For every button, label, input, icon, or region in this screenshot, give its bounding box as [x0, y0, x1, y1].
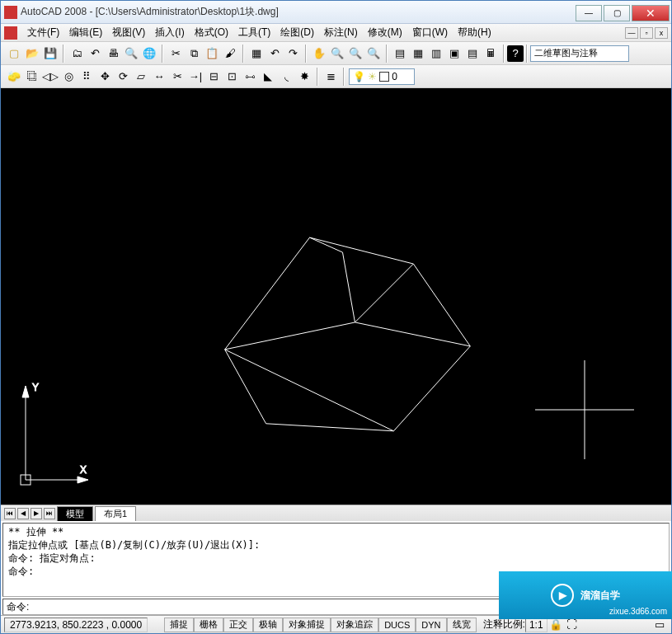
new-icon[interactable]: ▢ [6, 45, 22, 62]
play-icon: ▶ [551, 584, 574, 607]
status-snap[interactable]: 捕捉 [164, 618, 194, 632]
close-button[interactable]: ✕ [632, 5, 670, 21]
publish-icon[interactable]: 🌐 [141, 45, 157, 62]
undo2-icon[interactable]: ↶ [266, 45, 283, 62]
stretch-icon[interactable]: ↔ [151, 68, 167, 85]
menu-edit[interactable]: 编辑(E) [64, 24, 107, 41]
menu-dimension[interactable]: 标注(N) [319, 24, 363, 41]
menu-format[interactable]: 格式(O) [190, 24, 233, 41]
mirror-icon[interactable]: ◁▷ [42, 68, 59, 85]
status-ann-scale[interactable]: 1:1 [525, 618, 547, 632]
break2-icon[interactable]: ⊡ [223, 68, 240, 85]
menu-window[interactable]: 窗口(W) [407, 24, 453, 41]
svg-text:X: X [80, 464, 87, 476]
tab-first-icon[interactable]: ⏮ [4, 508, 16, 519]
break1-icon[interactable]: ⊟ [205, 68, 222, 85]
menu-file[interactable]: 文件(F) [22, 24, 64, 41]
help-icon[interactable]: ? [507, 45, 524, 62]
properties-icon[interactable]: ▤ [392, 45, 408, 62]
array-icon[interactable]: ⠿ [78, 68, 95, 85]
status-grid[interactable]: 栅格 [194, 618, 223, 632]
matchprop-icon[interactable]: 🖌 [222, 45, 238, 62]
plot-icon[interactable]: 🖶 [105, 45, 121, 62]
status-ducs[interactable]: DUCS [378, 618, 416, 632]
zoom-rt-icon[interactable]: 🔍 [329, 45, 345, 62]
drawing-viewport[interactable]: Y X [1, 88, 671, 505]
sheetmgr-icon[interactable]: ▣ [446, 45, 463, 62]
fillet-icon[interactable]: ◟ [278, 68, 294, 85]
status-osnap[interactable]: 对象捕捉 [283, 618, 331, 632]
svg-text:Y: Y [32, 382, 39, 393]
window-title: AutoCAD 2008 - [C:\Users\Administrator\D… [21, 5, 576, 19]
move-icon[interactable]: ✥ [96, 68, 113, 85]
menu-tools[interactable]: 工具(T) [233, 24, 275, 41]
offset-icon[interactable]: ◎ [60, 68, 77, 85]
mdi-restore-button[interactable]: ▫ [640, 27, 653, 39]
sheetset-icon[interactable]: 🗂 [68, 45, 85, 62]
paste-icon[interactable]: 📋 [204, 45, 220, 62]
pan-icon[interactable]: ✋ [311, 45, 327, 62]
menu-insert[interactable]: 插入(I) [150, 24, 189, 41]
tab-layout1[interactable]: 布局1 [95, 506, 136, 521]
copy2-icon[interactable]: ⿻ [24, 68, 40, 85]
minimize-button[interactable]: — [576, 5, 602, 21]
markup-icon[interactable]: ▤ [464, 45, 481, 62]
extend-icon[interactable]: →| [187, 68, 204, 85]
status-otrack[interactable]: 对象追踪 [331, 618, 378, 632]
join-icon[interactable]: ⧟ [242, 68, 258, 85]
layer-combo[interactable]: 💡 ☀ 0 [349, 68, 415, 85]
zoom-window-icon[interactable]: 🔍 [347, 45, 364, 62]
explode-icon[interactable]: ✸ [296, 68, 313, 85]
open-icon[interactable]: 📂 [24, 45, 40, 62]
mdi-icon [4, 26, 17, 40]
modify-toolbar: 🧽 ⿻ ◁▷ ◎ ⠿ ✥ ⟳ ▱ ↔ ✂ →| ⊟ ⊡ ⧟ ◣ ◟ ✸ ≣ 💡 … [1, 65, 671, 88]
blockeditor-icon[interactable]: ▦ [248, 45, 265, 62]
standard-toolbar: ▢ 📂 💾 🗂 ↶ 🖶 🔍 🌐 ✂ ⧉ 📋 🖌 ▦ ↶ ↷ ✋ 🔍 [1, 42, 671, 65]
toolpalettes-icon[interactable]: ▥ [428, 45, 444, 62]
menu-draw[interactable]: 绘图(D) [275, 24, 319, 41]
zoom-prev-icon[interactable]: 🔍 [365, 45, 382, 62]
mdi-min-button[interactable]: — [625, 27, 638, 39]
copy-icon[interactable]: ⧉ [186, 45, 202, 62]
status-polar[interactable]: 极轴 [253, 618, 283, 632]
undo-icon[interactable]: ↶ [87, 45, 103, 62]
layers-icon[interactable]: ≣ [322, 68, 339, 85]
tab-last-icon[interactable]: ⏭ [44, 508, 55, 519]
svg-marker-6 [78, 477, 88, 483]
mdi-close-button[interactable]: x [655, 27, 668, 39]
maximize-button[interactable]: ▢ [604, 5, 630, 21]
layout-tabs: ⏮ ◀ ▶ ⏭ 模型 布局1 [1, 505, 671, 521]
save-icon[interactable]: 💾 [42, 45, 59, 62]
rotate-icon[interactable]: ⟳ [115, 68, 131, 85]
redo-icon[interactable]: ↷ [284, 45, 301, 62]
status-coords: 2773.9213, 850.2223 , 0.0000 [4, 618, 148, 632]
crosshair-cursor [535, 360, 634, 459]
quickcalc-icon[interactable]: 🖩 [482, 45, 499, 62]
app-icon [4, 6, 17, 19]
ucs-icon: Y X [16, 381, 90, 488]
trim-icon[interactable]: ✂ [169, 68, 186, 85]
titlebar: AutoCAD 2008 - [C:\Users\Administrator\D… [1, 1, 671, 24]
tab-prev-icon[interactable]: ◀ [17, 508, 29, 519]
scale-icon[interactable]: ▱ [133, 68, 149, 85]
svg-marker-3 [22, 386, 29, 397]
menubar: 文件(F) 编辑(E) 视图(V) 插入(I) 格式(O) 工具(T) 绘图(D… [1, 24, 671, 42]
status-ortho[interactable]: 正交 [223, 618, 253, 632]
designcenter-icon[interactable]: ▦ [410, 45, 426, 62]
status-dyn[interactable]: DYN [416, 618, 446, 632]
watermark: ▶ 溜溜自学 zixue.3d66.com [499, 571, 672, 619]
erase-icon[interactable]: 🧽 [6, 68, 22, 85]
tab-model[interactable]: 模型 [57, 506, 93, 521]
status-ann-label: 注释比例: [483, 618, 525, 632]
cut-icon[interactable]: ✂ [167, 45, 184, 62]
menu-help[interactable]: 帮助(H) [453, 24, 496, 41]
preview-icon[interactable]: 🔍 [123, 45, 139, 62]
chamfer-icon[interactable]: ◣ [260, 68, 276, 85]
menu-modify[interactable]: 修改(M) [363, 24, 407, 41]
menu-view[interactable]: 视图(V) [107, 24, 150, 41]
tab-next-icon[interactable]: ▶ [31, 508, 42, 519]
workspace-combo[interactable]: 二维草图与注释 [530, 45, 629, 62]
status-lwt[interactable]: 线宽 [447, 618, 477, 632]
